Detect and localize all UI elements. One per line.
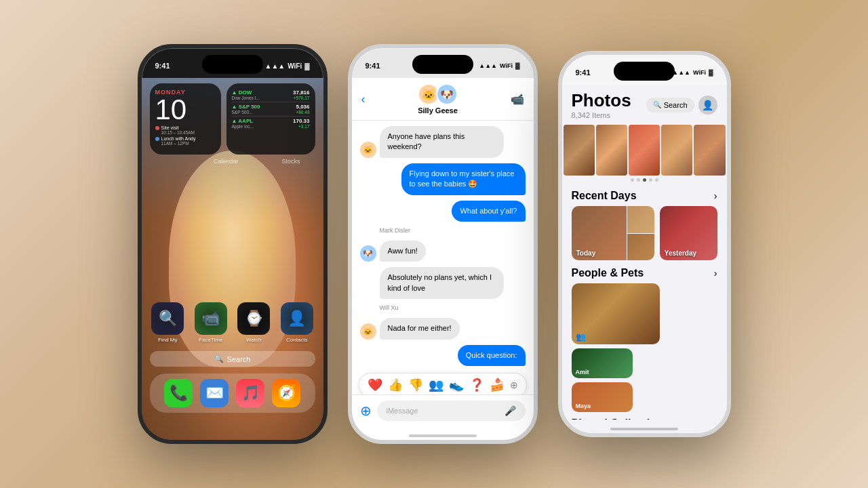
person-card-large[interactable]: 👥 (572, 283, 660, 344)
reaction-heart[interactable]: ❤️ (368, 378, 382, 392)
stock-price-aapl: 170.33 (293, 118, 309, 124)
dot-4 (649, 178, 652, 182)
stock-row-dow: ▲ DOW Dow Jones I... 37,816 +570.17 (232, 88, 310, 102)
reaction-question[interactable]: ❓ (469, 378, 484, 392)
more-reactions-icon[interactable]: ⊕ (510, 380, 518, 390)
hero-photo-3[interactable] (629, 125, 660, 176)
bubble-7: Quick question: (458, 345, 526, 366)
message-4: 🐶 Aww fun! (360, 241, 526, 262)
time-3: 9:41 (576, 68, 591, 77)
bubble-3: What about y'all? (452, 201, 525, 222)
signal-icon-3: ▲▲▲ (672, 69, 690, 76)
maya-label: Maya (576, 403, 591, 409)
recent-days-arrow[interactable]: › (714, 190, 717, 201)
today-label: Today (576, 249, 596, 257)
stock-name-sp: ▲ S&P 500 (232, 104, 260, 110)
stock-row-sp: ▲ S&P 500 S&P 500... 5,036 +80.48 (232, 102, 310, 117)
people-pets-arrow[interactable]: › (714, 268, 717, 279)
search-icon: 🔍 (214, 354, 224, 363)
phone-3-photos: 9:41 ▲▲▲ WiFi ▓ Photos 8,342 Items 🔍 Sea… (558, 51, 731, 437)
video-call-icon[interactable]: 📹 (511, 93, 524, 106)
app-findmy[interactable]: 🔍 Find My (150, 302, 186, 343)
battery-icon-2: ▓ (515, 62, 520, 69)
reaction-shoes[interactable]: 👟 (449, 378, 464, 392)
amit-label: Amit (576, 369, 589, 375)
mail-icon: ✉️ (200, 379, 229, 407)
add-icon[interactable]: ⊕ (360, 403, 372, 419)
bubble-5: Absolutely no plans yet, which I kind of… (380, 267, 504, 299)
day-card-today[interactable]: Today (572, 206, 654, 260)
calendar-event-2-time: 11AM – 12PM (161, 141, 216, 146)
back-button[interactable]: ‹ (361, 92, 366, 106)
dock-mail[interactable]: ✉️ (200, 379, 229, 407)
reaction-thumbsdown[interactable]: 👎 (408, 378, 423, 392)
hero-photo-4[interactable] (661, 125, 692, 176)
time-1: 9:41 (155, 62, 170, 70)
group-avatars: 🐱 🐶 (418, 83, 458, 105)
people-grid: 👥 Amit Maya (572, 283, 717, 412)
calendar-event-1: Site visit (155, 125, 216, 130)
page-dots (562, 176, 727, 184)
msg-avatar-4: 🐶 (360, 245, 376, 262)
hero-photo-5[interactable] (694, 125, 725, 176)
message-input-area: ⊕ iMessage 🎤 (352, 394, 534, 426)
recent-days-title: Recent Days (572, 190, 637, 202)
person-card-amit[interactable]: Amit (572, 348, 633, 378)
person-card-maya[interactable]: Maya (572, 382, 633, 412)
day-card-yesterday[interactable]: Yesterday (660, 206, 717, 260)
stock-name-aapl: ▲ AAPL (232, 118, 254, 124)
dynamic-island-1 (202, 55, 263, 74)
message-input[interactable]: iMessage 🎤 (377, 401, 526, 421)
wifi-icon-3: WiFi (693, 69, 706, 76)
search-icon-photos: 🔍 (653, 101, 661, 108)
photos-count: 8,342 Items (572, 111, 631, 119)
event-dot-red (155, 126, 159, 130)
compass-icon: 🧭 (272, 379, 300, 407)
app-watch[interactable]: ⌚ Watch (236, 302, 273, 343)
dynamic-island-3 (614, 62, 675, 81)
search-pill[interactable]: 🔍 Search (150, 351, 315, 367)
photos-content: Recent Days › Today Yesterday (562, 184, 727, 420)
app-contacts[interactable]: 👤 Contacts (279, 302, 315, 343)
people-pets-title: People & Pets (572, 267, 644, 279)
battery-icon: ▓ (304, 62, 309, 70)
photos-title-block: Photos 8,342 Items (572, 90, 631, 119)
widgets-row: MONDAY 10 Site visit 10:15 – 10:45AM Lun… (150, 83, 315, 155)
reaction-cake[interactable]: 🍰 (490, 378, 505, 392)
hero-photo-2[interactable] (596, 125, 627, 176)
input-placeholder: iMessage (387, 407, 418, 415)
calendar-widget[interactable]: MONDAY 10 Site visit 10:15 – 10:45AM Lun… (150, 83, 221, 155)
mic-icon[interactable]: 🎤 (505, 405, 516, 416)
dock-compass[interactable]: 🧭 (272, 379, 300, 407)
dot-3-active (643, 178, 646, 182)
group-name: Silly Geese (418, 106, 458, 115)
dock: 📞 ✉️ 🎵 🧭 (150, 373, 315, 413)
stocks-widget[interactable]: ▲ DOW Dow Jones I... 37,816 +570.17 ▲ S&… (226, 83, 315, 155)
app-facetime[interactable]: 📹 FaceTime (193, 302, 229, 343)
person-cards-right: Amit Maya (572, 348, 633, 412)
reaction-bar[interactable]: ❤️ 👍 👎 👥 👟 ❓ 🍰 ⊕ (359, 373, 527, 394)
status-icons-2: ▲▲▲ WiFi ▓ (479, 62, 519, 69)
phone-icon: 📞 (164, 379, 193, 407)
dynamic-island-2 (412, 55, 473, 74)
today-photo-side-1 (627, 206, 654, 233)
event-dot-blue (155, 137, 159, 141)
stock-change-aapl: +3.17 (293, 124, 309, 129)
contacts-icon: 👤 (281, 302, 313, 335)
msg-avatar-6: 🐱 (360, 323, 376, 340)
watch-icon: ⌚ (237, 302, 270, 335)
dock-phone[interactable]: 📞 (164, 379, 193, 407)
stock-change-dow: +570.17 (293, 96, 309, 100)
hero-photo-1[interactable] (564, 125, 595, 176)
message-6: 🐱 Nada for me either! (360, 318, 526, 339)
watch-label: Watch (246, 337, 261, 343)
contacts-label: Contacts (286, 337, 308, 343)
reaction-thumbsup[interactable]: 👍 (388, 378, 403, 392)
reaction-people[interactable]: 👥 (429, 378, 443, 392)
dock-music[interactable]: 🎵 (236, 379, 264, 407)
profile-button[interactable]: 👤 (698, 96, 717, 115)
stock-price-dow: 37,816 (293, 89, 309, 96)
msg-avatar-1: 🐱 (360, 142, 376, 158)
search-button[interactable]: 🔍 Search (646, 98, 694, 113)
messages-header: ‹ 🐱 🐶 Silly Geese 📹 (352, 78, 534, 121)
